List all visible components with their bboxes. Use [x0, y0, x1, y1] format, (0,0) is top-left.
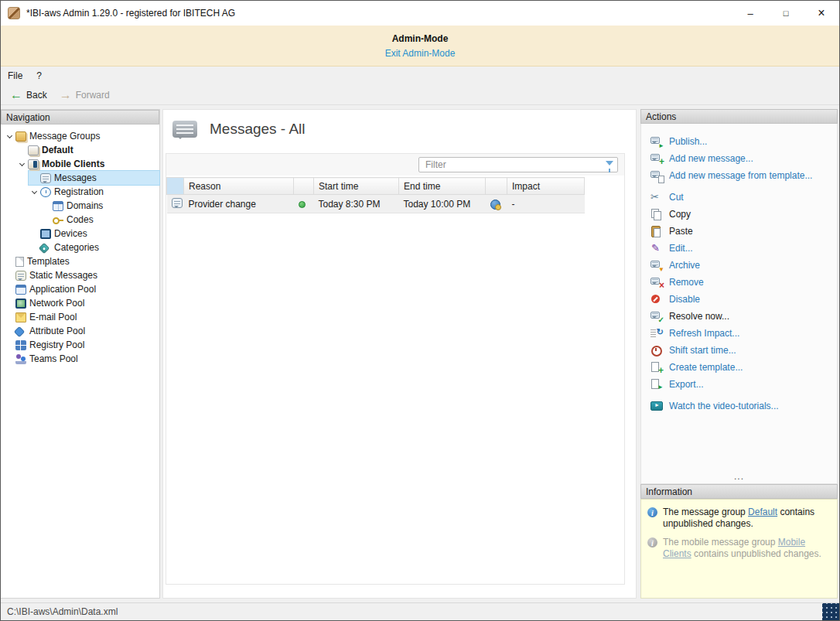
forward-button[interactable]: → Forward — [56, 88, 116, 102]
tree-item-label: Mobile Clients — [42, 159, 104, 169]
action-resolve-now[interactable]: Resolve now... — [641, 308, 837, 325]
messages-icon — [40, 173, 51, 183]
action-label: Cut — [669, 192, 684, 203]
exit-admin-mode-link[interactable]: Exit Admin-Mode — [385, 48, 456, 59]
col-start-time[interactable]: Start time — [314, 178, 399, 195]
impact-globe-icon — [490, 200, 500, 210]
forward-label: Forward — [76, 90, 110, 101]
tree-item-mobile-clients[interactable]: Mobile Clients — [1, 157, 159, 171]
registry-pool-icon — [15, 340, 26, 350]
tree-item-registry-pool[interactable]: Registry Pool — [1, 338, 159, 352]
email-pool-icon — [15, 312, 26, 322]
tree-item-application-pool[interactable]: Application Pool — [1, 282, 159, 296]
add-message-icon — [650, 153, 663, 165]
tree-item-registration[interactable]: Registration — [1, 185, 159, 199]
add-from-template-icon — [650, 170, 663, 182]
action-label: Disable — [669, 294, 700, 305]
tree-item-core: Static Messages — [4, 268, 159, 282]
action-shift-start-time[interactable]: Shift start time... — [641, 342, 837, 359]
action-copy[interactable]: Copy — [641, 206, 837, 223]
chevron-down-icon[interactable] — [29, 191, 40, 193]
overlay-glyph — [658, 176, 664, 183]
tree-item-teams-pool[interactable]: Teams Pool — [1, 352, 159, 366]
back-button[interactable]: ← Back — [7, 88, 53, 102]
tree-item-default[interactable]: Default — [1, 143, 159, 157]
menu-file[interactable]: File — [1, 67, 29, 85]
col-impact-icon[interactable] — [486, 178, 507, 195]
col-status[interactable] — [294, 178, 314, 195]
col-impact[interactable]: Impact — [507, 178, 585, 195]
info-text-prefix: The mobile message group — [663, 537, 778, 548]
cell-reason: Provider change — [184, 195, 294, 213]
action-disable[interactable]: Disable — [641, 291, 837, 308]
tree-item-categories[interactable]: Categories — [1, 241, 159, 254]
tree-indent — [1, 178, 29, 179]
forward-arrow-icon: → — [60, 90, 72, 101]
actions-overflow-button[interactable]: ... — [641, 471, 837, 482]
action-refresh-impact[interactable]: Refresh Impact... — [641, 325, 837, 342]
tree-item-label: Devices — [54, 228, 87, 239]
tree-item-messages[interactable]: Messages — [1, 171, 159, 185]
filter-input[interactable] — [418, 157, 618, 172]
menu-help[interactable]: ? — [29, 67, 49, 85]
action-label: Paste — [669, 226, 693, 237]
action-edit[interactable]: Edit... — [641, 240, 837, 257]
overlay-glyph — [658, 315, 664, 324]
table-row[interactable]: Provider changeToday 8:30 PMToday 10:00 … — [167, 195, 585, 213]
tree-item-codes[interactable]: Codes — [1, 213, 159, 227]
information-panel: The message group Default contains unpub… — [640, 499, 838, 599]
close-button[interactable]: × — [804, 1, 839, 26]
action-cut[interactable]: Cut — [641, 189, 837, 206]
col-end-time[interactable]: End time — [399, 178, 486, 195]
tree-item-label: Registry Pool — [29, 340, 84, 350]
tree-item-static-messages[interactable]: Static Messages — [1, 268, 159, 282]
tree-item-domains[interactable]: Domains — [1, 199, 159, 213]
tree-item-core: E-mail Pool — [4, 310, 159, 324]
tree-item-core: Default — [16, 143, 159, 157]
action-label: Add new message from template... — [669, 170, 812, 181]
action-add-new-message[interactable]: Add new message... — [641, 150, 837, 167]
col-icon[interactable] — [167, 178, 184, 195]
overlay-glyph — [658, 264, 664, 273]
action-publish[interactable]: Publish... — [641, 133, 837, 150]
tree-item-label: Teams Pool — [29, 353, 78, 364]
action-paste[interactable]: Paste — [641, 223, 837, 240]
page-title-row: Messages - All — [163, 110, 636, 138]
tree-indent — [1, 150, 16, 151]
chevron-down-icon[interactable] — [4, 135, 15, 138]
tree-item-devices[interactable]: Devices — [1, 227, 159, 241]
action-archive[interactable]: Archive — [641, 257, 837, 274]
action-export[interactable]: Export... — [641, 376, 837, 393]
filter-funnel-icon — [606, 161, 613, 165]
cell-impact-icon — [486, 195, 507, 213]
cell-end-time: Today 10:00 PM — [399, 195, 486, 213]
action-watch-the-video-tutorials[interactable]: Watch the video-tutorials... — [641, 398, 837, 415]
video-tutorials-icon — [650, 401, 663, 412]
tree-item-core: Teams Pool — [4, 352, 159, 366]
tree-item-templates[interactable]: Templates — [1, 254, 159, 268]
tree-item-attribute-pool[interactable]: Attribute Pool — [1, 324, 159, 338]
tree-item-label: Messages — [54, 172, 97, 183]
nav-toolbar: ← Back → Forward — [1, 85, 839, 105]
action-label: Add new message... — [669, 153, 753, 164]
tree-indent — [1, 192, 29, 193]
tree-item-label: Attribute Pool — [29, 326, 85, 336]
action-remove[interactable]: Remove — [641, 274, 837, 291]
tree-item-e-mail-pool[interactable]: E-mail Pool — [1, 310, 159, 324]
resize-grip[interactable] — [822, 603, 839, 621]
action-create-template[interactable]: Create template... — [641, 359, 837, 376]
messages-bubble-icon — [172, 121, 197, 138]
tree-item-message-groups[interactable]: Message Groups — [1, 129, 159, 143]
tree-item-network-pool[interactable]: Network Pool — [1, 296, 159, 310]
info-text: The message group Default contains unpub… — [663, 507, 831, 530]
col-reason[interactable]: Reason — [184, 178, 294, 195]
info-icon — [647, 507, 657, 517]
action-add-new-message-from-template[interactable]: Add new message from template... — [641, 167, 837, 184]
network-pool-icon — [15, 299, 26, 309]
action-label: Create template... — [669, 362, 743, 373]
maximize-button[interactable]: □ — [768, 1, 804, 26]
info-link-default[interactable]: Default — [748, 507, 777, 517]
tree-item-label: Application Pool — [29, 284, 96, 295]
minimize-button[interactable]: – — [732, 1, 768, 26]
chevron-down-icon[interactable] — [16, 163, 28, 165]
